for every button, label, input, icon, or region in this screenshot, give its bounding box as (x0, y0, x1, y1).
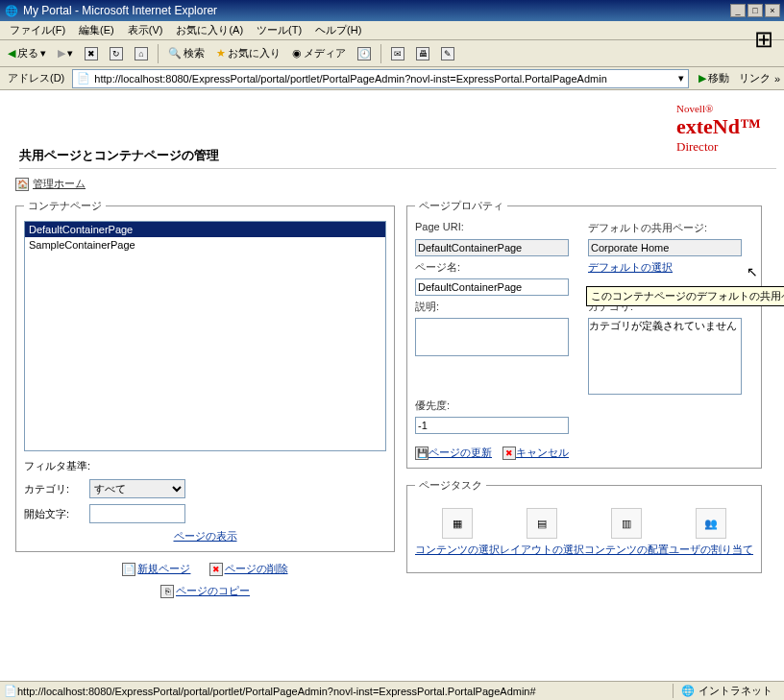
menu-edit[interactable]: 編集(E) (73, 21, 120, 39)
admin-home-link[interactable]: 管理ホーム (33, 177, 86, 191)
delete-page-action[interactable]: ✖ページの削除 (209, 562, 288, 576)
brand-novell: Novell® (676, 103, 761, 114)
name-input[interactable] (415, 278, 569, 296)
desc-textarea[interactable] (415, 318, 569, 356)
start-input[interactable] (89, 504, 185, 523)
properties-legend: ページプロパティ (415, 199, 507, 213)
properties-fieldset: ページプロパティ Page URI: デフォルトの共用ページ: ページ名: デフ… (406, 199, 762, 469)
stop-button[interactable]: ✖ (81, 45, 102, 62)
go-label: 移動 (708, 71, 729, 85)
container-legend: コンテナページ (24, 199, 106, 213)
filter-category-row: カテゴリ: すべて (24, 479, 386, 498)
maximize-button[interactable]: □ (747, 4, 763, 17)
new-page-action[interactable]: 📄新規ページ (122, 562, 190, 576)
list-item[interactable]: SampleContainerPage (25, 237, 385, 253)
back-button[interactable]: ◀戻る ▾ (4, 44, 50, 62)
toolbar-separator (380, 44, 381, 63)
page-icon: 📄 (77, 72, 90, 84)
brand-logo: Novell® exteNd™ Director (676, 103, 761, 155)
window-buttons: _ □ × (730, 4, 780, 17)
priority-input[interactable] (415, 417, 569, 434)
cancel-label: キャンセル (516, 447, 569, 458)
minimize-button[interactable]: _ (730, 4, 746, 17)
history-button[interactable]: 🕘 (354, 45, 375, 62)
home-button[interactable]: ⌂ (131, 45, 152, 62)
copy-icon: ⎘ (160, 585, 174, 598)
category-label: カテゴリ: (24, 482, 82, 496)
category-textarea: カテゴリが定義されていません (588, 318, 742, 395)
list-item[interactable]: DefaultContainerPage (25, 222, 385, 237)
menu-tools[interactable]: ツール(T) (251, 21, 307, 39)
close-button[interactable]: × (765, 4, 780, 17)
new-page-label: 新規ページ (137, 562, 190, 576)
search-label: 検索 (184, 46, 205, 60)
tasks-fieldset: ページタスク ▦ コンテンツの選択 ▤ レイアウトの選択 ▥ コンテンツの配置 (406, 478, 762, 573)
task-label: レイアウトの選択 (500, 543, 584, 557)
print-icon: 🖶 (416, 47, 429, 60)
mail-icon: ✉ (391, 47, 404, 60)
default-shared-label: デフォルトの共用ページ: (588, 221, 742, 235)
history-icon: 🕘 (357, 47, 371, 60)
home-icon: ⌂ (135, 47, 148, 60)
dropdown-icon[interactable]: ▾ (678, 72, 684, 84)
name-label: ページ名: (415, 260, 569, 275)
links-label[interactable]: リンク (739, 71, 771, 85)
task-arrange-content[interactable]: ▥ コンテンツの配置 (584, 508, 669, 557)
page-content: Novell® exteNd™ Director 共用ページとコンテナページの管… (0, 90, 784, 681)
copy-page-label: ページのコピー (176, 584, 250, 598)
star-icon: ★ (216, 47, 226, 60)
windows-logo-icon: ⊞ (746, 21, 782, 58)
copy-page-action[interactable]: ⎘ページのコピー (160, 584, 250, 598)
addressbar: アドレス(D) 📄 http://localhost:8080/ExpressP… (0, 67, 784, 90)
forward-button[interactable]: ▶ ▾ (54, 45, 77, 61)
brand-director: Director (676, 139, 761, 155)
category-select[interactable]: すべて (89, 479, 185, 498)
save-icon: 💾 (415, 447, 429, 460)
container-listbox[interactable]: DefaultContainerPage SampleContainerPage (24, 221, 386, 451)
menubar: ファイル(F) 編集(E) 表示(V) お気に入り(A) ツール(T) ヘルプ(… (0, 21, 784, 40)
task-select-content[interactable]: ▦ コンテンツの選択 (415, 508, 500, 557)
search-icon: 🔍 (168, 47, 182, 60)
priority-label: 優先度: (415, 398, 569, 413)
cursor-icon: ↖ (747, 264, 758, 279)
content-icon: ▦ (442, 508, 473, 539)
layout-icon: ▤ (527, 508, 557, 539)
cancel-action[interactable]: ✖キャンセル (502, 447, 569, 458)
tooltip: このコンテナページのデフォルトの共用ページを変更します (586, 286, 784, 306)
edit-button[interactable]: ✎ (437, 45, 458, 62)
task-select-layout[interactable]: ▤ レイアウトの選択 (500, 508, 584, 557)
select-default-link[interactable]: デフォルトの選択 (588, 260, 742, 275)
media-button[interactable]: ◉メディア (288, 44, 350, 62)
task-label: コンテンツの配置 (584, 543, 669, 557)
menu-help[interactable]: ヘルプ(H) (309, 21, 367, 39)
forward-icon: ▶ (58, 47, 65, 60)
chevron-right-icon[interactable]: » (774, 73, 780, 84)
address-label: アドレス(D) (4, 71, 68, 85)
container-fieldset: コンテナページ DefaultContainerPage SampleConta… (15, 199, 395, 552)
menu-favorites[interactable]: お気に入り(A) (170, 21, 249, 39)
media-icon: ◉ (292, 47, 302, 60)
search-button[interactable]: 🔍検索 (164, 44, 208, 62)
admin-home-row: 🏠 管理ホーム (15, 177, 776, 191)
brand-extend: exteNd™ (676, 114, 761, 139)
task-assign-users[interactable]: 👥 ユーザの割り当て (669, 508, 753, 557)
arrange-icon: ▥ (611, 508, 642, 539)
favorites-button[interactable]: ★お気に入り (212, 44, 284, 62)
update-page-action[interactable]: 💾ページの更新 (415, 447, 492, 458)
refresh-button[interactable]: ↻ (106, 45, 127, 62)
filter-label: フィルタ基準: (24, 459, 386, 473)
go-button[interactable]: ▶移動 (693, 69, 735, 87)
delete-page-label: ページの削除 (225, 562, 288, 576)
mail-button[interactable]: ✉ (387, 45, 408, 62)
default-shared-value (588, 239, 742, 256)
menu-view[interactable]: 表示(V) (122, 21, 169, 39)
print-button[interactable]: 🖶 (412, 45, 433, 62)
uri-value (415, 239, 569, 256)
show-pages-link[interactable]: ページの表示 (174, 530, 237, 542)
edit-icon: ✎ (441, 47, 454, 60)
zone-label: イントラネット (698, 684, 772, 698)
task-label: コンテンツの選択 (415, 543, 500, 557)
url-input[interactable]: 📄 http://localhost:8080/ExpressPortal/po… (72, 69, 689, 88)
intranet-icon: 🌐 (681, 685, 695, 697)
menu-file[interactable]: ファイル(F) (4, 21, 71, 39)
